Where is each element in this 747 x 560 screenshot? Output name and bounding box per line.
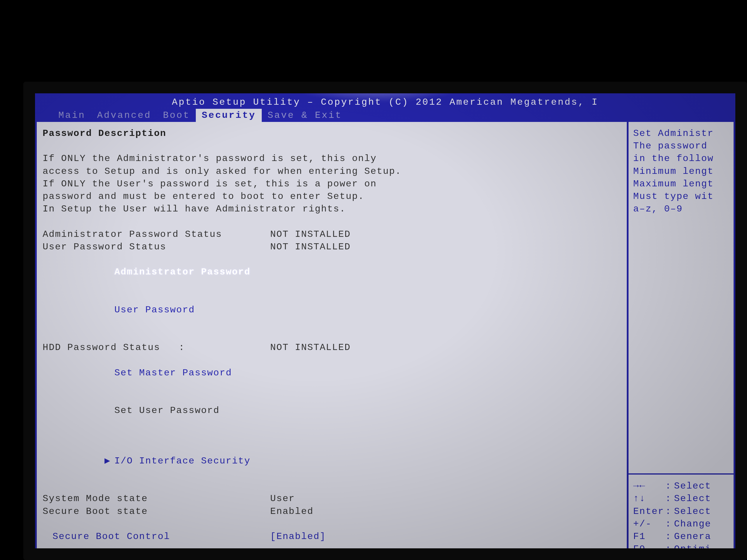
label: User Password	[114, 304, 195, 315]
item-admin-pw-status: Administrator Password Status NOT INSTAL…	[43, 228, 621, 241]
item-administrator-password[interactable]: Administrator Password	[43, 253, 621, 291]
main-panel: Password Description If ONLY the Adminis…	[37, 122, 628, 560]
item-key-management[interactable]: ▶Key Management	[43, 543, 621, 560]
item-set-user-password[interactable]: Set User Password	[43, 392, 621, 430]
label: Set Master Password	[114, 368, 232, 378]
desc-line: If ONLY the User's password is set, this…	[43, 178, 621, 190]
submenu-icon: ▶	[104, 455, 114, 467]
item-secure-boot-state: Secure Boot state Enabled	[43, 505, 621, 518]
label: User Password Status	[43, 241, 270, 253]
bios-title: Aptio Setup Utility – Copyright (C) 2012…	[35, 96, 735, 109]
bios-screen: Aptio Setup Utility – Copyright (C) 2012…	[35, 93, 735, 548]
value: NOT INSTALLED	[270, 341, 621, 354]
item-user-pw-status: User Password Status NOT INSTALLED	[43, 241, 621, 253]
help-line: The password	[633, 140, 729, 152]
item-system-mode-state: System Mode state User	[43, 492, 621, 505]
submenu-icon: ▶	[104, 555, 114, 560]
desc-line: access to Setup and is only asked for wh…	[43, 165, 621, 178]
item-hdd-pw-status: HDD Password Status : NOT INSTALLED	[43, 341, 621, 354]
side-panel: Set Administr The password in the follow…	[628, 122, 733, 560]
tab-save-exit[interactable]: Save & Exit	[262, 109, 348, 122]
tab-boot[interactable]: Boot	[157, 109, 196, 122]
legend-row: +/-:Change	[633, 518, 729, 530]
legend-row: Enter:Select	[633, 505, 729, 518]
help-line: Must type wit	[633, 190, 729, 203]
key-legend: →←:Select ↑↓:Select Enter:Select +/-:Cha…	[628, 475, 733, 560]
tab-advanced[interactable]: Advanced	[91, 109, 157, 122]
label: Set User Password	[114, 405, 220, 416]
legend-row: F9:Optimi	[633, 543, 729, 555]
legend-row: F1:Genera	[633, 530, 729, 543]
value: [Enabled]	[270, 530, 621, 543]
item-set-master-password[interactable]: Set Master Password	[43, 354, 621, 392]
help-text: Set Administr The password in the follow…	[628, 122, 733, 220]
label: Administrator Password Status	[43, 228, 270, 241]
label: System Mode state	[43, 492, 270, 505]
section-heading: Password Description	[43, 127, 621, 140]
header-bar: Aptio Setup Utility – Copyright (C) 2012…	[35, 93, 735, 122]
body-area: Password Description If ONLY the Adminis…	[35, 122, 735, 560]
item-secure-boot-control[interactable]: Secure Boot Control [Enabled]	[43, 530, 621, 543]
tab-security[interactable]: Security	[196, 109, 262, 122]
help-line: Minimum lengt	[633, 165, 729, 178]
legend-row: F10:Save &	[633, 555, 729, 560]
label: Secure Boot Control	[53, 531, 170, 542]
value: NOT INSTALLED	[270, 228, 621, 241]
label: Secure Boot state	[43, 505, 270, 518]
legend-row: →←:Select	[633, 480, 729, 492]
help-line: a–z, 0–9	[633, 203, 729, 215]
label: I/O Interface Security	[114, 456, 250, 466]
item-user-password[interactable]: User Password	[43, 291, 621, 329]
tab-row: Main Advanced Boot Security Save & Exit	[35, 109, 735, 122]
tab-main[interactable]: Main	[53, 109, 91, 122]
legend-row: ↑↓:Select	[633, 492, 729, 505]
help-line: in the follow	[633, 152, 729, 165]
desc-line: password and must be entered to boot to …	[43, 190, 621, 203]
label: Key Management	[114, 556, 201, 560]
label: HDD Password Status :	[43, 341, 270, 354]
value: NOT INSTALLED	[270, 241, 621, 253]
item-io-interface-security[interactable]: ▶I/O Interface Security	[43, 442, 621, 480]
help-line: Maximum lengt	[633, 178, 729, 190]
desc-line: If ONLY the Administrator's password is …	[43, 152, 621, 165]
desc-line: In Setup the User will have Administrato…	[43, 203, 621, 215]
value: Enabled	[270, 505, 621, 518]
value: User	[270, 492, 621, 505]
help-line: Set Administr	[633, 127, 729, 140]
label: Administrator Password	[114, 267, 250, 277]
